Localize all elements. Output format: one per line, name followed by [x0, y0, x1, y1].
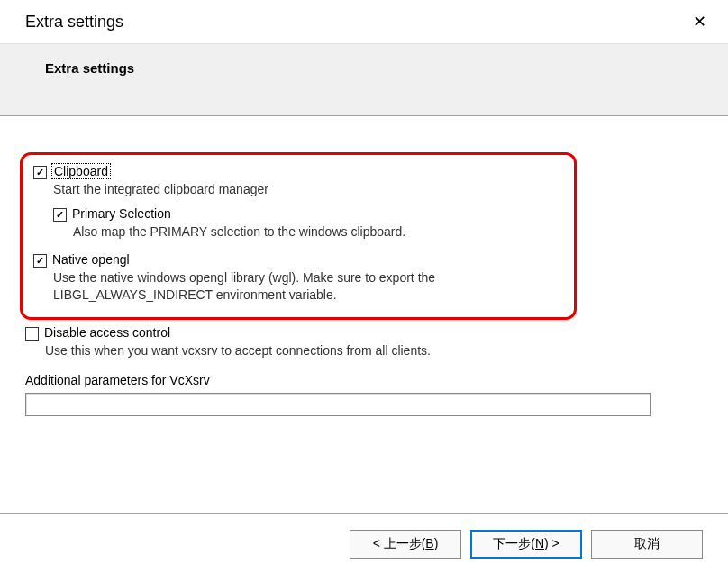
clipboard-label[interactable]: Clipboard	[52, 164, 110, 178]
next-button-hotkey: N	[535, 536, 544, 550]
back-button[interactable]: < 上一步(B)	[350, 530, 461, 559]
next-button[interactable]: 下一步(N) >	[470, 530, 582, 559]
back-button-suffix: )	[434, 536, 439, 550]
primary-selection-option: Primary Selection Also map the PRIMARY s…	[53, 206, 565, 240]
disable-access-desc: Use this when you want vcxsrv to accept …	[45, 342, 703, 359]
footer-buttons: < 上一步(B) 下一步(N) > 取消	[0, 513, 728, 575]
native-opengl-desc: Use the native windows opengl library (w…	[53, 269, 565, 302]
native-opengl-checkbox[interactable]	[33, 254, 47, 268]
primary-selection-label[interactable]: Primary Selection	[72, 206, 171, 221]
disable-access-checkbox[interactable]	[25, 327, 39, 341]
cancel-button[interactable]: 取消	[591, 530, 703, 559]
back-button-hotkey: B	[425, 536, 433, 550]
header-title: Extra settings	[45, 60, 703, 76]
disable-access-option: Disable access control Use this when you…	[25, 325, 703, 359]
disable-access-label[interactable]: Disable access control	[44, 325, 170, 340]
window-title: Extra settings	[25, 13, 123, 32]
clipboard-desc: Start the integrated clipboard manager	[53, 181, 565, 197]
close-button[interactable]: ✕	[685, 7, 714, 36]
primary-selection-desc: Also map the PRIMARY selection to the wi…	[73, 223, 565, 240]
back-button-prefix: < 上一步(	[373, 536, 426, 550]
clipboard-checkbox[interactable]	[33, 166, 47, 179]
next-button-prefix: 下一步(	[493, 536, 535, 550]
next-button-suffix: ) >	[544, 536, 560, 550]
clipboard-option: Clipboard Start the integrated clipboard…	[33, 164, 565, 240]
primary-selection-checkbox[interactable]	[53, 208, 67, 222]
native-opengl-label[interactable]: Native opengl	[52, 252, 130, 267]
additional-params-input[interactable]	[25, 393, 651, 416]
highlighted-options-box: Clipboard Start the integrated clipboard…	[20, 152, 577, 320]
header-section: Extra settings	[0, 43, 728, 116]
content-area: Clipboard Start the integrated clipboard…	[0, 116, 728, 434]
native-opengl-option: Native opengl Use the native windows ope…	[33, 252, 565, 302]
additional-params-label: Additional parameters for VcXsrv	[25, 373, 703, 387]
